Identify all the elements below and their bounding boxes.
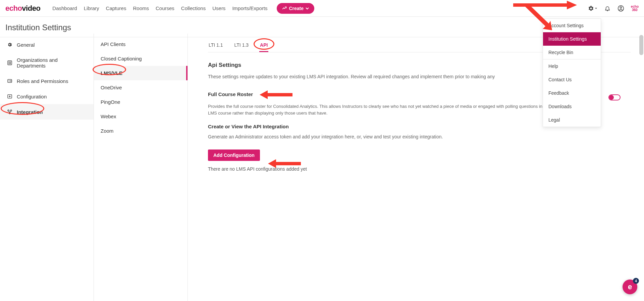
brand-part1: echo [5, 4, 22, 12]
subnav-lms-vle[interactable]: LMS/VLE [94, 66, 187, 80]
settings-dropdown: Account Settings Institution Settings Re… [543, 18, 601, 127]
svg-rect-7 [10, 62, 11, 63]
svg-rect-9 [10, 63, 11, 64]
top-right: echo 360 Account Settings Institution Se… [588, 5, 639, 12]
menu-downloads[interactable]: Downloads [543, 100, 601, 113]
nav-users[interactable]: Users [212, 5, 225, 11]
svg-rect-6 [9, 62, 10, 63]
tab-api-label: API [260, 42, 268, 48]
org-icon [7, 60, 13, 66]
tab-api[interactable]: API [259, 39, 268, 52]
annotation-arrow-roster [260, 90, 292, 100]
sidebar-label: Configuration [17, 94, 47, 99]
svg-marker-3 [567, 1, 577, 9]
gear-icon [7, 42, 13, 48]
nav-library[interactable]: Library [84, 5, 99, 11]
sidebar-item-general[interactable]: General [0, 37, 94, 52]
roster-desc: Provides the full course roster for Cons… [208, 103, 560, 116]
help-bubble-badge: 4 [633, 278, 639, 284]
chevron-down-icon [306, 7, 309, 10]
caret-down-icon [595, 7, 597, 10]
brand-logo[interactable]: echovideo [5, 4, 40, 13]
menu-contact-us[interactable]: Contact Us [543, 73, 601, 86]
api-settings-desc: These settings require updates to your e… [208, 73, 543, 80]
scrollbar[interactable] [639, 35, 643, 55]
menu-legal[interactable]: Legal [543, 113, 601, 127]
bell-icon [604, 5, 610, 11]
notifications-button[interactable] [604, 5, 611, 12]
account-button[interactable] [618, 5, 624, 12]
sidebar-item-orgs[interactable]: Organizations and Departments [0, 52, 94, 73]
svg-rect-16 [268, 93, 292, 96]
nav-rooms[interactable]: Rooms [133, 5, 149, 11]
annotation-arrow-gear [513, 0, 577, 11]
tab-lti13[interactable]: LTI 1.3 [234, 39, 250, 52]
add-config-row: Add Configuration [208, 139, 631, 161]
create-label: Create [289, 6, 304, 11]
help-bubble-letter: e [628, 283, 632, 291]
svg-point-15 [9, 113, 10, 114]
nav-captures[interactable]: Captures [106, 5, 126, 11]
top-nav: Dashboard Library Captures Rooms Courses… [52, 5, 267, 11]
echo360-mini-logo[interactable]: echo 360 [631, 5, 639, 12]
add-configuration-button[interactable]: Add Configuration [208, 149, 260, 161]
svg-rect-5 [8, 61, 12, 65]
mini-logo-line1: echo [631, 5, 639, 8]
svg-rect-10 [8, 79, 12, 82]
gear-icon [588, 5, 594, 11]
toggle-knob [609, 95, 614, 100]
subnav-label: LMS/VLE [101, 70, 122, 76]
create-view-desc: Generate an Administrator access token a… [208, 134, 631, 139]
user-circle-icon [618, 5, 624, 12]
top-bar: echovideo Dashboard Library Captures Roo… [0, 0, 644, 17]
svg-marker-19 [268, 159, 276, 168]
subnav-pingone[interactable]: PingOne [94, 95, 187, 109]
sidebar-label: Roles and Permissions [17, 78, 68, 84]
nav-dashboard[interactable]: Dashboard [52, 5, 77, 11]
integration-icon [7, 109, 13, 115]
svg-rect-2 [513, 3, 567, 7]
roster-title-text: Full Course Roster [208, 91, 253, 97]
settings-sidebar: General Organizations and Departments Ro… [0, 34, 94, 301]
sidebar-item-roles[interactable]: Roles and Permissions [0, 73, 94, 89]
create-button[interactable]: Create [277, 3, 314, 14]
settings-trigger[interactable] [588, 5, 597, 11]
annotation-arrow-add-config [268, 159, 301, 169]
subnav-closed-captioning[interactable]: Closed Captioning [94, 51, 187, 66]
menu-account-settings[interactable]: Account Settings [543, 19, 601, 32]
sidebar-item-configuration[interactable]: Configuration [0, 89, 94, 104]
svg-rect-18 [276, 162, 301, 165]
nav-collections[interactable]: Collections [181, 5, 206, 11]
tab-lti11[interactable]: LTI 1.1 [208, 39, 224, 52]
brand-part2: video [22, 4, 40, 12]
subnav-webex[interactable]: Webex [94, 109, 187, 124]
sidebar-item-integration[interactable]: Integration [0, 104, 94, 120]
nav-imports-exports[interactable]: Imports/Exports [232, 5, 267, 11]
help-bubble[interactable]: e 4 [623, 280, 637, 294]
roles-icon [7, 78, 13, 84]
sidebar-label: Integration [17, 109, 43, 115]
menu-institution-settings[interactable]: Institution Settings [543, 32, 601, 46]
menu-recycle-bin[interactable]: Recycle Bin [543, 46, 601, 59]
svg-point-1 [620, 7, 622, 8]
top-left: echovideo Dashboard Library Captures Roo… [5, 3, 314, 14]
subnav-api-clients[interactable]: API Clients [94, 37, 187, 51]
menu-feedback[interactable]: Feedback [543, 86, 601, 100]
subnav-onedrive[interactable]: OneDrive [94, 80, 187, 95]
svg-rect-8 [9, 63, 10, 64]
full-roster-toggle[interactable] [608, 94, 621, 100]
create-icon [282, 6, 287, 11]
mini-logo-line2: 360 [631, 8, 639, 12]
nav-courses[interactable]: Courses [156, 5, 174, 11]
sidebar-label: Organizations and Departments [17, 57, 87, 69]
menu-help[interactable]: Help [543, 59, 601, 73]
svg-point-11 [9, 81, 10, 82]
svg-marker-17 [260, 90, 268, 99]
sidebar-label: General [17, 42, 35, 48]
integration-subnav: API Clients Closed Captioning LMS/VLE On… [94, 34, 188, 301]
config-icon [7, 93, 13, 99]
subnav-zoom[interactable]: Zoom [94, 124, 187, 138]
